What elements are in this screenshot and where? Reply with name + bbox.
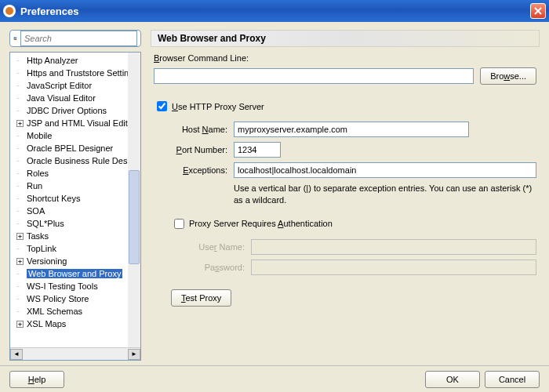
tree-container: Http AnalyzerHttps and Truststore Settin… xyxy=(9,52,141,361)
preferences-tree[interactable]: Http AnalyzerHttps and Truststore Settin… xyxy=(10,53,140,332)
tree-item-label: XML Schemas xyxy=(27,307,82,316)
tree-item-label: Oracle Business Rule Design xyxy=(27,156,139,165)
svg-point-0 xyxy=(5,7,13,15)
port-number-input[interactable] xyxy=(234,142,281,158)
tree-item-label: JDBC Driver Options xyxy=(27,106,107,115)
tree-leaf-icon xyxy=(16,283,26,290)
password-label: Password: xyxy=(188,263,245,272)
tree-item-label: SQL*Plus xyxy=(27,219,64,228)
vertical-scrollbar[interactable] xyxy=(128,53,140,347)
tree-item-label: JavaScript Editor xyxy=(27,81,92,90)
host-name-input[interactable] xyxy=(234,122,469,137)
search-input[interactable] xyxy=(20,31,137,46)
cancel-button[interactable]: Cancel xyxy=(485,371,540,388)
tree-leaf-icon xyxy=(16,70,26,77)
tree-item-label: SOA xyxy=(27,206,45,216)
tree-item[interactable]: +JSP and HTML Visual Editor xyxy=(10,117,140,129)
close-button[interactable] xyxy=(530,3,546,19)
tree-item-label: Http Analyzer xyxy=(27,56,78,65)
search-box[interactable] xyxy=(9,30,141,47)
tree-item-label: WS Policy Store xyxy=(27,294,89,303)
tree-item[interactable]: XML Schemas xyxy=(10,305,140,318)
tree-item[interactable]: Https and Truststore Settin xyxy=(10,67,140,79)
tree-leaf-icon xyxy=(16,208,26,215)
tree-leaf-icon xyxy=(16,170,26,177)
tree-leaf-icon xyxy=(16,220,26,227)
tree-leaf-icon xyxy=(16,296,26,303)
search-icon xyxy=(13,33,17,44)
scroll-right-arrow[interactable]: ► xyxy=(128,349,140,360)
tree-leaf-icon xyxy=(16,183,26,190)
tree-item[interactable]: Shortcut Keys xyxy=(10,192,140,205)
tree-item[interactable]: JavaScript Editor xyxy=(10,79,140,92)
tree-item[interactable]: Oracle BPEL Designer xyxy=(10,142,140,154)
tree-item-label: Java Visual Editor xyxy=(27,93,96,103)
tree-item-label: Mobile xyxy=(27,131,52,140)
requires-auth-label[interactable]: Proxy Server Requires Authentication xyxy=(189,219,333,228)
bottom-bar: Help OK Cancel xyxy=(0,365,549,392)
tree-item[interactable]: WS Policy Store xyxy=(10,292,140,305)
scroll-left-arrow[interactable]: ◄ xyxy=(10,349,23,360)
tree-item-label: WS-I Testing Tools xyxy=(27,281,98,291)
tree-leaf-icon xyxy=(16,95,26,102)
right-pane: Web Browser and Proxy Browser Command Li… xyxy=(151,30,540,361)
tree-leaf-icon xyxy=(16,145,26,152)
tree-item-label: Web Browser and Proxy xyxy=(27,269,122,278)
tree-item[interactable]: Oracle Business Rule Design xyxy=(10,154,140,167)
tree-item[interactable]: JDBC Driver Options xyxy=(10,104,140,117)
tree-item[interactable]: TopLink xyxy=(10,242,140,255)
test-proxy-button[interactable]: Test Proxy xyxy=(171,289,231,307)
browser-command-input[interactable] xyxy=(154,68,474,84)
tree-item-label: JSP and HTML Visual Editor xyxy=(27,118,136,128)
tree-item[interactable]: Roles xyxy=(10,167,140,180)
username-input xyxy=(251,239,536,255)
svg-rect-3 xyxy=(14,39,17,40)
expand-icon[interactable]: + xyxy=(16,233,24,240)
exceptions-input[interactable] xyxy=(234,162,536,178)
expand-icon[interactable]: + xyxy=(16,120,24,127)
port-number-label: Port Number: xyxy=(171,145,227,154)
tree-item-label: XSL Maps xyxy=(27,319,66,328)
exceptions-label: Exceptions: xyxy=(171,165,227,175)
scrollbar-thumb[interactable] xyxy=(129,170,140,264)
tree-item[interactable]: Web Browser and Proxy xyxy=(10,267,140,280)
tree-leaf-icon xyxy=(16,107,26,114)
tree-item[interactable]: +Versioning xyxy=(10,255,140,267)
use-proxy-checkbox[interactable] xyxy=(157,101,167,111)
browse-button[interactable]: Browse... xyxy=(480,67,536,85)
requires-auth-checkbox[interactable] xyxy=(174,219,184,229)
horizontal-scrollbar[interactable]: ◄ ► xyxy=(10,347,140,360)
tree-item[interactable]: WS-I Testing Tools xyxy=(10,280,140,292)
tree-leaf-icon xyxy=(16,57,26,64)
expand-icon[interactable]: + xyxy=(16,321,24,328)
tree-item[interactable]: SOA xyxy=(10,205,140,217)
svg-point-2 xyxy=(15,37,16,38)
tree-item-label: Run xyxy=(27,181,42,191)
tree-item-label: Tasks xyxy=(27,231,49,241)
tree-item-label: TopLink xyxy=(27,244,56,253)
help-button[interactable]: Help xyxy=(9,371,64,388)
tree-leaf-icon xyxy=(16,245,26,252)
app-icon xyxy=(3,5,16,17)
window-titlebar: Preferences xyxy=(0,0,549,22)
tree-item[interactable]: Mobile xyxy=(10,129,140,142)
tree-leaf-icon xyxy=(16,158,26,165)
panel-title: Web Browser and Proxy xyxy=(151,30,540,47)
tree-item-label: Https and Truststore Settin xyxy=(27,68,129,78)
tree-item[interactable]: +Tasks xyxy=(10,230,140,242)
tree-item[interactable]: Java Visual Editor xyxy=(10,92,140,104)
tree-item[interactable]: +XSL Maps xyxy=(10,318,140,330)
host-name-label: Host Name: xyxy=(171,125,227,134)
tree-item[interactable]: Run xyxy=(10,180,140,192)
tree-item-label: Shortcut Keys xyxy=(27,194,80,203)
use-proxy-label[interactable]: Use HTTP Proxy Server xyxy=(172,102,264,111)
tree-leaf-icon xyxy=(16,132,26,140)
expand-icon[interactable]: + xyxy=(16,258,24,265)
tree-item[interactable]: SQL*Plus xyxy=(10,217,140,230)
tree-leaf-icon xyxy=(16,195,26,202)
tree-leaf-icon xyxy=(16,270,26,278)
tree-item-label: Versioning xyxy=(27,256,67,266)
tree-item-label: Roles xyxy=(27,169,49,178)
ok-button[interactable]: OK xyxy=(425,371,480,388)
tree-item[interactable]: Http Analyzer xyxy=(10,54,140,67)
